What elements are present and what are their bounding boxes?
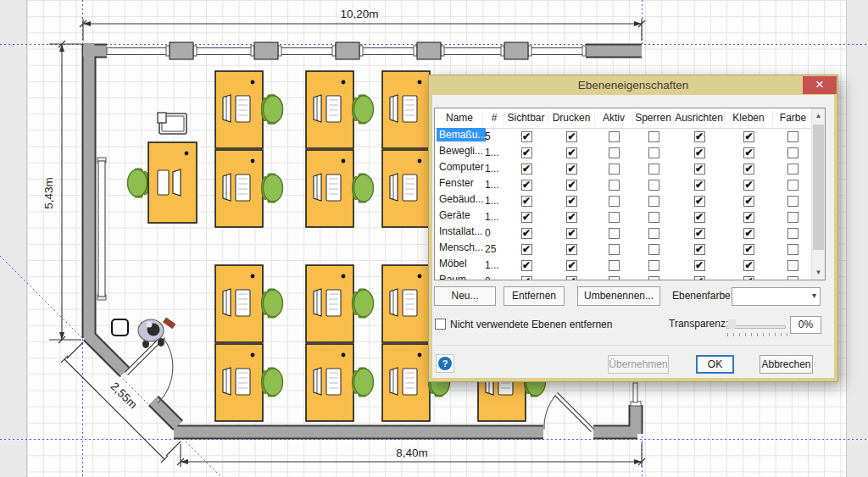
layer-row[interactable]: Computer 1... ✔✔✔✔ bbox=[435, 160, 813, 176]
checkbox-unchecked[interactable] bbox=[648, 244, 659, 255]
checkbox-checked[interactable]: ✔ bbox=[743, 131, 754, 142]
checkbox-checked[interactable]: ✔ bbox=[521, 147, 532, 158]
checkbox-checked[interactable]: ✔ bbox=[694, 260, 705, 271]
checkbox-checked[interactable]: ✔ bbox=[566, 244, 577, 255]
checkbox-unchecked[interactable] bbox=[787, 196, 798, 207]
checkbox-unchecked[interactable] bbox=[648, 180, 659, 191]
checkbox-checked[interactable]: ✔ bbox=[521, 276, 532, 280]
scrollbar-thumb[interactable] bbox=[813, 125, 824, 250]
checkbox-checked[interactable]: ✔ bbox=[521, 196, 532, 207]
layer-name[interactable]: Bewegli... bbox=[437, 144, 486, 158]
checkbox-unchecked[interactable] bbox=[787, 147, 798, 158]
layer-name[interactable]: Computer bbox=[437, 160, 486, 174]
checkbox-checked[interactable]: ✔ bbox=[521, 260, 532, 271]
layer-name[interactable]: Fenster bbox=[437, 176, 476, 190]
checkbox-checked[interactable]: ✔ bbox=[694, 212, 705, 223]
layer-row[interactable]: Möbel 1... ✔✔✔✔ bbox=[435, 257, 813, 273]
header-active[interactable]: Aktiv bbox=[595, 111, 633, 125]
checkbox-checked[interactable]: ✔ bbox=[743, 196, 754, 207]
checkbox-checked[interactable]: ✔ bbox=[743, 180, 754, 191]
checkbox-unchecked[interactable] bbox=[648, 164, 659, 175]
checkbox-unchecked[interactable] bbox=[787, 228, 798, 239]
checkbox-unchecked[interactable] bbox=[648, 276, 659, 280]
checkbox-checked[interactable]: ✔ bbox=[694, 131, 705, 142]
checkbox-checked[interactable]: ✔ bbox=[743, 260, 754, 271]
help-button[interactable]: ? bbox=[436, 354, 454, 373]
layer-name[interactable]: Möbel bbox=[437, 257, 470, 270]
whiteboard[interactable] bbox=[97, 158, 106, 300]
checkbox-unchecked[interactable] bbox=[648, 131, 659, 142]
layer-row[interactable]: Raum 0 ✔✔✔✔ bbox=[435, 273, 813, 280]
checkbox-checked[interactable]: ✔ bbox=[694, 228, 705, 239]
layer-row[interactable]: Installat... 0 ✔✔✔✔ bbox=[435, 225, 813, 241]
checkbox-unchecked[interactable] bbox=[609, 228, 620, 239]
checkbox-checked[interactable]: ✔ bbox=[566, 147, 577, 158]
checkbox-checked[interactable]: ✔ bbox=[566, 180, 577, 191]
remove-unused-checkbox[interactable] bbox=[435, 319, 446, 330]
header-lock[interactable]: Sperren bbox=[633, 111, 674, 125]
checkbox-checked[interactable]: ✔ bbox=[743, 276, 754, 280]
cancel-button[interactable]: Abbrechen bbox=[760, 355, 813, 374]
apply-button[interactable]: Übernehmen bbox=[608, 355, 669, 374]
layer-color-dropdown[interactable]: ▾ bbox=[732, 287, 821, 306]
checkbox-checked[interactable]: ✔ bbox=[566, 212, 577, 223]
checkbox-unchecked[interactable] bbox=[609, 131, 620, 142]
checkbox-checked[interactable]: ✔ bbox=[521, 180, 532, 191]
checkbox-checked[interactable]: ✔ bbox=[743, 244, 754, 255]
checkbox-checked[interactable]: ✔ bbox=[694, 147, 705, 158]
layer-name[interactable]: Bemaßu... bbox=[437, 128, 486, 141]
checkbox-checked[interactable]: ✔ bbox=[521, 212, 532, 223]
close-button[interactable]: × bbox=[803, 76, 837, 94]
rename-button[interactable]: Umbenennen... bbox=[577, 286, 660, 306]
teacher-desk[interactable] bbox=[128, 142, 198, 223]
checkbox-checked[interactable]: ✔ bbox=[694, 180, 705, 191]
checkbox-unchecked[interactable] bbox=[609, 164, 620, 175]
checkbox-checked[interactable]: ✔ bbox=[694, 196, 705, 207]
door-diagonal[interactable] bbox=[126, 336, 173, 403]
header-snap[interactable]: Ausrichten bbox=[674, 111, 725, 125]
layer-row[interactable]: Geräte 1... ✔✔✔✔ bbox=[435, 208, 813, 225]
checkbox-unchecked[interactable] bbox=[648, 260, 659, 271]
checkbox-unchecked[interactable] bbox=[609, 212, 620, 223]
checkbox-checked[interactable]: ✔ bbox=[694, 164, 705, 175]
header-color[interactable]: Farbe bbox=[773, 111, 813, 125]
projector[interactable] bbox=[158, 113, 186, 134]
door-bottom[interactable] bbox=[544, 394, 593, 430]
scroll-down-icon[interactable]: ▼ bbox=[812, 265, 825, 280]
layer-row[interactable]: Bewegli... 1... ✔✔✔✔ bbox=[435, 144, 813, 160]
header-print[interactable]: Drucken bbox=[548, 111, 595, 125]
layer-row[interactable]: Bemaßu... 5 ✔✔✔✔ bbox=[435, 128, 813, 144]
checkbox-checked[interactable]: ✔ bbox=[743, 164, 754, 175]
checkbox-checked[interactable]: ✔ bbox=[566, 196, 577, 207]
checkbox-checked[interactable]: ✔ bbox=[566, 228, 577, 239]
checkbox-checked[interactable]: ✔ bbox=[566, 164, 577, 175]
checkbox-unchecked[interactable] bbox=[609, 276, 620, 280]
header-glue[interactable]: Kleben bbox=[725, 111, 773, 125]
checkbox-unchecked[interactable] bbox=[609, 244, 620, 255]
layer-name[interactable]: Mensch... bbox=[437, 241, 486, 254]
layer-name[interactable]: Gebäud... bbox=[437, 192, 486, 206]
layer-row[interactable]: Fenster 1... ✔✔✔✔ bbox=[435, 176, 813, 192]
layer-row[interactable]: Mensch... 25 ✔✔✔✔ bbox=[435, 241, 813, 257]
checkbox-unchecked[interactable] bbox=[787, 244, 798, 255]
checkbox-checked[interactable]: ✔ bbox=[743, 228, 754, 239]
checkbox-unchecked[interactable] bbox=[787, 180, 798, 191]
header-visible[interactable]: Sichtbar bbox=[504, 111, 548, 125]
checkbox-checked[interactable]: ✔ bbox=[521, 164, 532, 175]
checkbox-unchecked[interactable] bbox=[787, 131, 798, 142]
storage-box[interactable] bbox=[112, 319, 128, 336]
layer-name[interactable]: Installat... bbox=[437, 225, 485, 238]
checkbox-unchecked[interactable] bbox=[787, 260, 798, 271]
checkbox-checked[interactable]: ✔ bbox=[743, 147, 754, 158]
layer-name[interactable]: Raum bbox=[437, 273, 469, 280]
header-count[interactable]: # bbox=[483, 111, 504, 125]
checkbox-checked[interactable]: ✔ bbox=[566, 276, 577, 280]
remove-button[interactable]: Entfernen bbox=[504, 286, 565, 306]
checkbox-unchecked[interactable] bbox=[648, 147, 659, 158]
checkbox-checked[interactable]: ✔ bbox=[566, 260, 577, 271]
checkbox-unchecked[interactable] bbox=[609, 260, 620, 271]
checkbox-checked[interactable]: ✔ bbox=[566, 131, 577, 142]
new-button[interactable]: Neu... bbox=[434, 286, 496, 306]
checkbox-unchecked[interactable] bbox=[648, 196, 659, 207]
table-scrollbar[interactable]: ▲ ▼ bbox=[811, 108, 825, 280]
